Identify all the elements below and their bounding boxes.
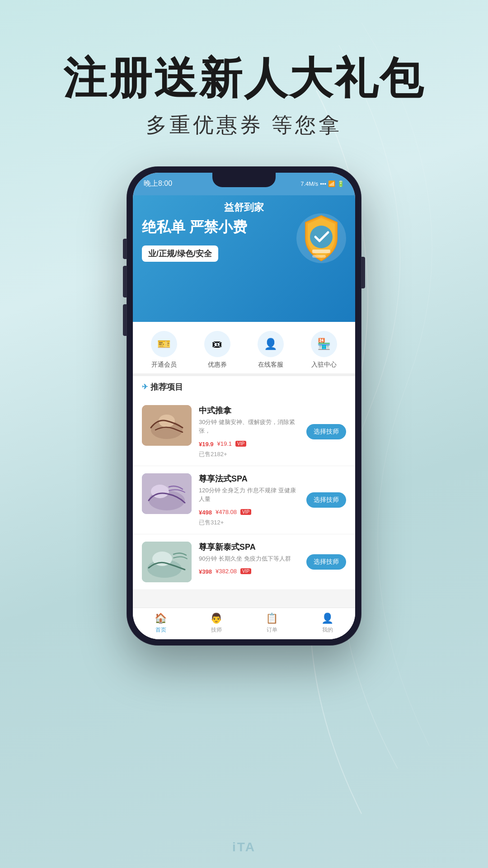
home-icon: 🏠	[155, 613, 167, 624]
service-image-2	[142, 473, 192, 514]
service-list: 中式推拿 30分钟 健脑安神、缓解疲劳，消除紧张， ¥19.9 ¥19.1 VI…	[133, 398, 355, 590]
massage-thumbnail-2	[142, 473, 192, 514]
nav-home[interactable]: 🏠 首页	[155, 613, 167, 634]
service-desc-1: 30分钟 健脑安神、缓解疲劳，消除紧张，	[199, 418, 299, 435]
select-technician-btn-3[interactable]: 选择技师	[306, 554, 346, 570]
service-desc-2: 120分钟 全身乏力 作息不规律 亚健康人量	[199, 486, 299, 504]
hero-title: 注册送新人大礼包	[0, 54, 488, 102]
status-time: 晚上8:00	[144, 179, 172, 189]
price-row-1: ¥19.9 ¥19.1 VIP	[199, 439, 299, 448]
quick-menu: 🎫 开通会员 🎟 优惠券 👤 在线客服 🏪 入驻中心	[133, 322, 355, 373]
coupon-icon: 🎟	[204, 331, 230, 357]
select-technician-btn-2[interactable]: 选择技师	[306, 492, 346, 508]
notch	[212, 173, 276, 187]
banner-main-text: 绝私单 严禁小费	[142, 218, 346, 237]
massage-thumbnail-3	[142, 542, 192, 582]
phone-screen: 晚上8:00 7.4M/s ▪▪▪ 📶 🔋 益舒到家	[133, 173, 355, 639]
banner-content: 绝私单 严禁小费 业/正规/绿色/安全	[142, 218, 346, 262]
nav-technician[interactable]: 👨 技师	[210, 613, 222, 634]
recommended-section-title: ✈ 推荐项目	[133, 373, 355, 398]
membership-icon: 🎫	[151, 331, 177, 357]
phone-volume-down-button	[123, 304, 127, 336]
nav-profile[interactable]: 👤 我的	[321, 613, 333, 634]
phone-outer-frame: 晚上8:00 7.4M/s ▪▪▪ 📶 🔋 益舒到家	[127, 166, 361, 646]
recommended-icon: ✈	[142, 382, 148, 391]
quick-item-coupon[interactable]: 🎟 优惠券	[204, 331, 230, 369]
service-card-3: 尊享新泰式SPA 90分钟 长期久坐 免疫力低下等人群 ¥398 ¥382.08…	[133, 534, 355, 590]
sales-count-1: 已售2182+	[199, 450, 299, 458]
hero-subtitle: 多重优惠券 等您拿	[0, 111, 488, 139]
battery-icon: 🔋	[337, 180, 344, 187]
technician-icon: 👨	[210, 613, 222, 624]
vip-badge-3: VIP	[240, 568, 251, 574]
merchant-icon: 🏪	[311, 331, 337, 357]
membership-label: 开通会员	[151, 361, 177, 369]
price-row-2: ¥498 ¥478.08 VIP	[199, 507, 299, 517]
service-image-1	[142, 405, 192, 446]
price-current-3: ¥398	[199, 566, 212, 576]
profile-icon: 👤	[321, 613, 333, 624]
network-speed: 7.4M/s	[300, 180, 318, 187]
phone-power-button	[361, 257, 365, 288]
nav-technician-label: 技师	[211, 626, 222, 634]
app-content: 益舒到家 绝私单 严禁小费 业/正规/绿色/安全	[133, 195, 355, 608]
bottom-nav: 🏠 首页 👨 技师 📋 订单 👤 我的	[133, 608, 355, 639]
nav-orders-label: 订单	[267, 626, 277, 634]
service-card-1: 中式推拿 30分钟 健脑安神、缓解疲劳，消除紧张， ¥19.9 ¥19.1 VI…	[133, 398, 355, 466]
price-current-2: ¥498	[199, 507, 212, 517]
service-info-3: 尊享新泰式SPA 90分钟 长期久坐 免疫力低下等人群 ¥398 ¥382.08…	[199, 542, 299, 582]
quick-item-service[interactable]: 👤 在线客服	[258, 331, 284, 369]
section-title-text: 推荐项目	[150, 382, 183, 392]
quick-item-merchant[interactable]: 🏪 入驻中心	[311, 331, 337, 369]
phone-volume-up-button	[123, 266, 127, 297]
signal-icon: ▪▪▪	[320, 180, 326, 187]
status-bar: 晚上8:00 7.4M/s ▪▪▪ 📶 🔋	[133, 173, 355, 195]
service-label: 在线客服	[258, 361, 283, 369]
select-technician-btn-1[interactable]: 选择技师	[306, 424, 346, 439]
phone-mockup-container: 晚上8:00 7.4M/s ▪▪▪ 📶 🔋 益舒到家	[0, 166, 488, 646]
service-name-3: 尊享新泰式SPA	[199, 542, 299, 552]
service-info-1: 中式推拿 30分钟 健脑安神、缓解疲劳，消除紧张， ¥19.9 ¥19.1 VI…	[199, 405, 299, 458]
sales-count-2: 已售312+	[199, 519, 299, 527]
vip-badge-2: VIP	[240, 509, 251, 515]
price-row-3: ¥398 ¥382.08 VIP	[199, 566, 299, 576]
merchant-label: 入驻中心	[311, 361, 337, 369]
service-image-3	[142, 542, 192, 582]
hero-section: 注册送新人大礼包 多重优惠券 等您拿	[0, 0, 488, 139]
service-name-1: 中式推拿	[199, 405, 299, 416]
service-desc-3: 90分钟 长期久坐 免疫力低下等人群	[199, 554, 299, 563]
price-current-1: ¥19.9	[199, 439, 214, 448]
service-icon: 👤	[258, 331, 284, 357]
quick-item-membership[interactable]: 🎫 开通会员	[151, 331, 177, 369]
wifi-icon: 📶	[328, 180, 335, 187]
app-banner: 益舒到家 绝私单 严禁小费 业/正规/绿色/安全	[133, 195, 355, 322]
nav-orders[interactable]: 📋 订单	[266, 613, 278, 634]
orders-icon: 📋	[266, 613, 278, 624]
price-vip-2: ¥478.08	[216, 509, 237, 515]
banner-badge: 业/正规/绿色/安全	[142, 245, 218, 262]
price-vip-3: ¥382.08	[216, 568, 237, 575]
watermark: iTA	[232, 840, 256, 854]
coupon-label: 优惠券	[208, 361, 227, 369]
status-icons: 7.4M/s ▪▪▪ 📶 🔋	[300, 180, 344, 187]
service-card-2: 尊享法式SPA 120分钟 全身乏力 作息不规律 亚健康人量 ¥498 ¥478…	[133, 466, 355, 534]
vip-badge-1: VIP	[235, 441, 246, 447]
service-info-2: 尊享法式SPA 120分钟 全身乏力 作息不规律 亚健康人量 ¥498 ¥478…	[199, 473, 299, 527]
phone-silent-button	[123, 239, 127, 259]
service-name-2: 尊享法式SPA	[199, 473, 299, 484]
nav-profile-label: 我的	[322, 626, 333, 634]
nav-home-label: 首页	[155, 626, 166, 634]
massage-thumbnail-1	[142, 405, 192, 446]
price-vip-1: ¥19.1	[217, 440, 232, 447]
